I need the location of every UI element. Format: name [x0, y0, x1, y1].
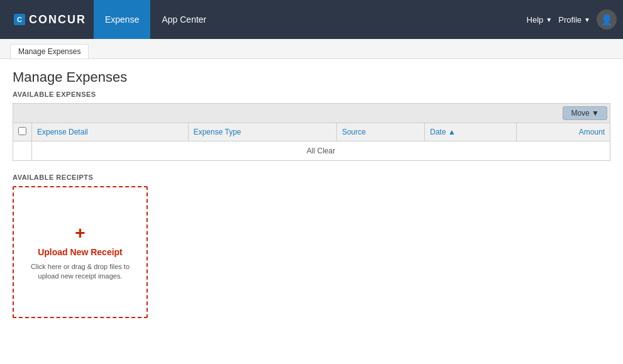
select-all-checkbox[interactable] [18, 127, 26, 135]
date-col-header[interactable]: Date ▲ [424, 123, 516, 141]
amount-col-header[interactable]: Amount [517, 123, 610, 141]
nav-right: Help ▼ Profile ▼ 👤 [527, 9, 617, 30]
expense-type-col-header[interactable]: Expense Type [188, 123, 336, 141]
available-receipts-heading: AVAILABLE RECEIPTS [13, 174, 610, 181]
available-receipts-section: AVAILABLE RECEIPTS + Upload New Receipt … [13, 174, 610, 318]
nav-tab-expense[interactable]: Expense [94, 0, 150, 39]
profile-button[interactable]: Profile ▼ [558, 15, 590, 25]
help-button[interactable]: Help ▼ [527, 15, 553, 25]
breadcrumb-tab[interactable]: Manage Expenses [10, 44, 89, 58]
upload-label: Upload New Receipt [38, 247, 123, 257]
breadcrumb: Manage Expenses [0, 39, 623, 59]
profile-caret-icon: ▼ [584, 16, 590, 23]
expense-detail-col-header[interactable]: Expense Detail [32, 123, 189, 141]
top-nav: C CONCUR Expense App Center Help ▼ Profi… [0, 0, 623, 39]
select-all-checkbox-col [13, 123, 32, 141]
nav-left: C CONCUR Expense App Center [6, 0, 218, 39]
concur-name: CONCUR [29, 13, 86, 26]
avatar[interactable]: 👤 [597, 9, 617, 30]
available-expenses-heading: AVAILABLE EXPENSES [13, 91, 610, 98]
table-header-row: Expense Detail Expense Type Source Date … [13, 123, 610, 141]
available-expenses-section: AVAILABLE EXPENSES Move ▼ Expense Detail… [13, 91, 610, 161]
nav-tab-appcenter[interactable]: App Center [150, 0, 218, 39]
logo-box: C [14, 14, 25, 25]
upload-hint: Click here or drag & drop files to uploa… [20, 262, 140, 282]
concur-logo: C CONCUR [6, 0, 94, 39]
move-button[interactable]: Move ▼ [563, 106, 607, 120]
source-col-header[interactable]: Source [336, 123, 424, 141]
table-toolbar: Move ▼ [13, 103, 610, 123]
upload-plus-icon: + [75, 223, 85, 243]
expense-table: Expense Detail Expense Type Source Date … [13, 123, 610, 161]
all-clear-text: All Clear [32, 141, 610, 161]
upload-receipt-area[interactable]: + Upload New Receipt Click here or drag … [13, 186, 148, 318]
page-title: Manage Expenses [13, 69, 610, 85]
table-row: All Clear [13, 141, 610, 161]
main-content: Manage Expenses AVAILABLE EXPENSES Move … [0, 59, 623, 364]
help-caret-icon: ▼ [546, 16, 552, 23]
logo-c: C [17, 16, 22, 23]
row-checkbox-cell [13, 141, 32, 161]
